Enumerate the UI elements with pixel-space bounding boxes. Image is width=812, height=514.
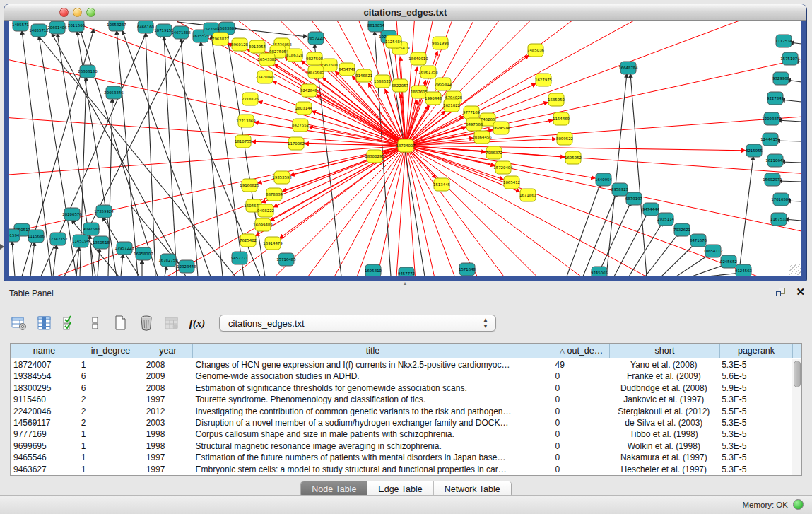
graph-node-yellow[interactable]: 1810755 — [235, 135, 252, 148]
graph-node-teal[interactable]: 9474444 — [642, 203, 660, 216]
graph-node-yellow[interactable]: 1170062 — [288, 137, 305, 150]
graph-node-yellow[interactable]: 1695952 — [565, 151, 582, 164]
graph-node-yellow[interactable]: 20364456 — [472, 131, 492, 144]
graph-node-teal[interactable]: 15751074 — [780, 52, 800, 65]
delete-table-icon[interactable] — [137, 313, 155, 333]
graph-node-yellow[interactable]: 19166825 — [240, 179, 259, 192]
graph-node-teal[interactable]: 8958923 — [611, 183, 628, 196]
graph-node-teal[interactable]: 20691406 — [47, 21, 67, 34]
deselect-rows-icon[interactable] — [86, 313, 105, 333]
graph-node-teal[interactable]: 9124563 — [735, 264, 752, 276]
graph-node-yellow[interactable]: 8427552 — [292, 119, 309, 132]
column-header-title[interactable]: title — [193, 344, 553, 358]
graph-node-yellow[interactable]: 8912954 — [249, 40, 266, 53]
graph-node-yellow[interactable]: 9777169 — [463, 106, 481, 119]
graph-node-yellow[interactable]: 2718126 — [242, 93, 259, 105]
graph-node-teal[interactable]: 17957223 — [114, 242, 134, 255]
graph-node-yellow[interactable]: 16961758 — [418, 66, 438, 78]
citation-edge[interactable] — [645, 233, 679, 276]
table-row[interactable]: 977716911998Corpus callosum shape and si… — [11, 428, 792, 440]
graph-node-yellow[interactable]: 1990448 — [425, 92, 442, 105]
select-column-icon[interactable] — [35, 313, 54, 333]
graph-node-teal[interactable]: 9227349 — [767, 92, 784, 105]
graph-node-teal[interactable]: 2935114 — [657, 213, 675, 226]
close-icon[interactable]: ✕ — [796, 286, 805, 298]
float-window-icon[interactable] — [776, 288, 787, 298]
citation-edge[interactable] — [597, 201, 631, 276]
citation-edge[interactable] — [12, 241, 15, 276]
graph-node-teal[interactable]: 16648784 — [618, 62, 638, 74]
table-row[interactable]: 946554611997Estimation of the future num… — [11, 452, 792, 463]
citation-edge[interactable] — [781, 100, 801, 102]
graph-node-yellow[interactable]: 9498222 — [257, 204, 274, 217]
citation-edge-red[interactable] — [406, 146, 801, 276]
graph-node-teal[interactable]: 1405571 — [12, 21, 29, 31]
citation-edge-red[interactable] — [406, 21, 726, 146]
graph-node-teal[interactable]: 1640954 — [595, 173, 613, 186]
graph-node-yellow[interactable]: 1585950 — [548, 93, 565, 106]
new-table-icon[interactable] — [112, 313, 130, 333]
graph-node-yellow[interactable]: 1588520 — [374, 75, 392, 88]
graph-node-yellow[interactable]: 23420046 — [255, 71, 275, 83]
graph-node-teal[interactable]: 9245652 — [720, 255, 737, 268]
graph-node-yellow[interactable]: 8960128 — [231, 38, 249, 51]
graph-node-yellow[interactable]: 7625402 — [240, 234, 257, 247]
citation-edge[interactable] — [146, 33, 155, 276]
network-window-titlebar[interactable]: citations_edges.txt — [4, 4, 806, 21]
graph-node-teal[interactable]: 20206576 — [62, 208, 82, 221]
graph-node-teal[interactable]: 9097588 — [83, 223, 100, 235]
citation-edge-red[interactable] — [406, 146, 801, 276]
graph-node-yellow[interactable]: 2803144 — [295, 102, 313, 115]
citation-edge[interactable] — [661, 243, 695, 276]
graph-node-teal[interactable]: 6879197 — [625, 192, 642, 205]
graph-node-teal[interactable]: 1167533 — [770, 213, 787, 226]
citation-edge-red[interactable] — [406, 146, 801, 276]
graph-node-teal[interactable]: 15692971 — [763, 173, 782, 186]
graph-node-teal[interactable]: 26303130 — [78, 65, 98, 78]
table-row[interactable]: 969969511998Structural magnetic resonanc… — [11, 440, 792, 452]
graph-node-yellow[interactable]: 1154469 — [553, 112, 570, 125]
citation-edge[interactable] — [583, 192, 617, 276]
graph-node-yellow[interactable]: 1513445 — [433, 178, 450, 191]
citation-edge-red[interactable] — [406, 146, 801, 276]
graph-node-teal[interactable]: 12093872 — [762, 112, 781, 125]
graph-node-teal[interactable]: 1112534 — [775, 35, 793, 47]
citation-edge-red[interactable] — [406, 146, 801, 276]
graph-node-yellow[interactable]: 16099489 — [253, 218, 273, 231]
graph-node-teal[interactable]: 12342757 — [48, 233, 67, 245]
citation-edge[interactable] — [121, 254, 123, 276]
graph-node-teal[interactable]: 7857223 — [307, 32, 324, 45]
graph-node-teal[interactable]: 7932621 — [673, 223, 690, 236]
graph-node-teal[interactable]: 1695810 — [365, 264, 382, 276]
table-row[interactable]: 1872400712008Changes of HCN gene express… — [11, 359, 792, 370]
graph-node-yellow[interactable]: 8099522 — [556, 132, 573, 145]
graph-node-yellow[interactable]: 18724007 — [396, 139, 415, 152]
graph-node-teal[interactable]: 6466160 — [137, 21, 155, 33]
table-row[interactable]: 2242004622012Investigating the contribut… — [11, 406, 792, 417]
graph-node-yellow[interactable]: 9242848 — [300, 84, 318, 97]
graph-node-teal[interactable]: 9457772 — [398, 267, 415, 276]
graph-node-teal[interactable]: 14671388 — [171, 26, 191, 39]
graph-node-yellow[interactable]: 1621022 — [443, 99, 460, 112]
column-header-out_de[interactable]: △out_de… — [553, 344, 610, 358]
graph-node-teal[interactable]: 1571648 — [459, 263, 476, 276]
graph-node-yellow[interactable]: 6822057 — [392, 79, 408, 92]
graph-node-yellow[interactable]: 8878334 — [266, 188, 283, 201]
citation-edge[interactable] — [739, 156, 753, 276]
graph-node-yellow[interactable]: 16543382 — [257, 53, 276, 66]
graph-node-teal[interactable]: 1145194 — [72, 235, 90, 247]
canvas-resize-grip[interactable] — [789, 264, 801, 275]
citation-edge[interactable] — [630, 74, 647, 276]
graph-node-teal[interactable]: 16958107 — [134, 247, 153, 260]
graph-node-teal[interactable]: 2011506 — [68, 21, 86, 32]
graph-node-yellow[interactable]: 9861998 — [432, 37, 449, 49]
citation-edge[interactable] — [53, 245, 57, 276]
graph-node-teal[interactable]: 9329966 — [772, 72, 790, 85]
graph-node-teal[interactable]: 8813054 — [367, 21, 385, 32]
citation-edge[interactable] — [692, 264, 726, 276]
graph-node-yellow[interactable]: 6497568 — [466, 118, 483, 131]
graph-node-yellow[interactable]: 15720404 — [493, 161, 513, 174]
citation-edge[interactable] — [201, 42, 223, 276]
graph-node-yellow[interactable]: 16914479 — [263, 237, 283, 250]
citation-edge-red[interactable] — [406, 146, 801, 276]
